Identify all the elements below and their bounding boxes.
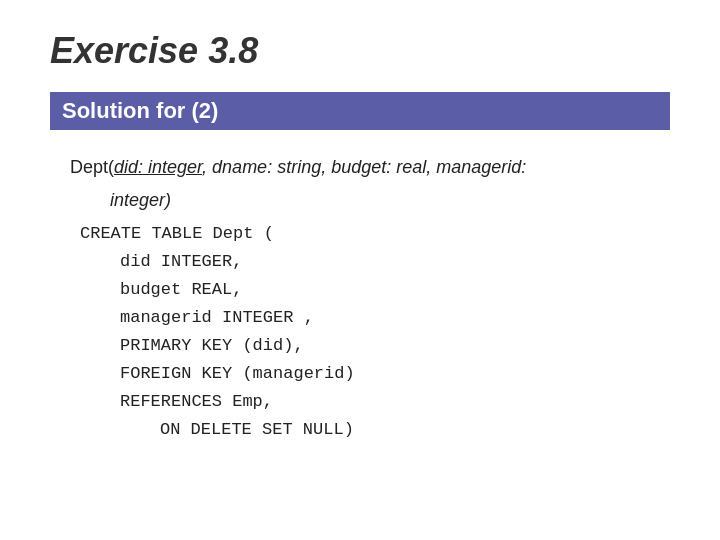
code-line-4: managerid INTEGER , (80, 304, 670, 332)
code-line-5: PRIMARY KEY (did), (80, 332, 670, 360)
code-block: CREATE TABLE Dept ( did INTEGER, budget … (70, 220, 670, 444)
code-line-2: did INTEGER, (80, 248, 670, 276)
section-header: Solution for (2) (50, 92, 670, 130)
dept-did: did: integer (114, 157, 202, 177)
content-area: Dept(did: integer, dname: string, budget… (50, 154, 670, 444)
slide-title: Exercise 3.8 (50, 30, 670, 72)
code-line-3: budget REAL, (80, 276, 670, 304)
dept-integer: integer) (110, 190, 171, 210)
code-line-6: FOREIGN KEY (managerid) (80, 360, 670, 388)
dept-description-line2: integer) (70, 187, 670, 214)
code-line-7: REFERENCES Emp, (80, 388, 670, 416)
code-line-1: CREATE TABLE Dept ( (80, 220, 670, 248)
code-line-8: ON DELETE SET NULL) (80, 416, 670, 444)
dept-description-line1: Dept(did: integer, dname: string, budget… (70, 154, 670, 181)
slide-container: Exercise 3.8 Solution for (2) Dept(did: … (0, 0, 720, 540)
dept-rest: , dname: string, budget: real, managerid… (202, 157, 526, 177)
